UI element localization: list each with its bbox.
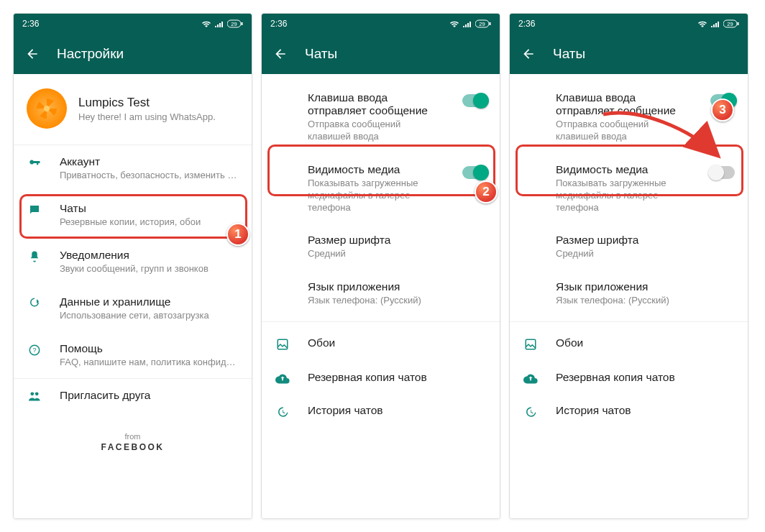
svg-rect-13	[738, 22, 739, 25]
setting-app-language[interactable]: Язык приложения Язык телефона: (Русский)	[262, 270, 500, 317]
svg-text:29: 29	[231, 21, 237, 27]
signal-icon	[462, 20, 472, 27]
chat-icon	[27, 203, 42, 216]
status-bar: 2:36 29	[262, 14, 500, 34]
wifi-icon	[201, 20, 211, 27]
svg-rect-14	[526, 339, 536, 349]
svg-rect-9	[490, 22, 491, 25]
setting-enter-sends[interactable]: Клавиша ввода отправляет сообщение Отпра…	[262, 81, 500, 153]
action-backup[interactable]: Резервная копия чатов	[262, 361, 500, 394]
action-history[interactable]: История чатов	[510, 394, 748, 428]
status-icons: 29	[697, 19, 739, 28]
phone-screen-2: 2:36 29 Чаты Клавиша ввода отправляет со…	[261, 13, 500, 519]
signal-icon	[710, 20, 720, 27]
action-wallpaper[interactable]: Обои	[262, 326, 500, 361]
phone-screen-1: 2:36 29 Настройки Lumpics Test Hey there…	[13, 13, 252, 519]
divider	[262, 321, 500, 322]
settings-item-chats[interactable]: Чаты Резервные копии, история, обои	[14, 192, 252, 239]
cloud-up-icon	[523, 372, 539, 384]
chats-settings-content: Клавиша ввода отправляет сообщение Отпра…	[510, 74, 748, 518]
cloud-up-icon	[275, 372, 290, 384]
profile-row[interactable]: Lumpics Test Hey there! I am using Whats…	[14, 74, 252, 145]
status-time: 2:36	[518, 19, 535, 29]
settings-item-account[interactable]: Аккаунт Приватность, безопасность, измен…	[14, 145, 252, 192]
from-facebook: from FACEBOOK	[14, 432, 252, 452]
status-icons: 29	[201, 19, 243, 28]
action-backup[interactable]: Резервная копия чатов	[510, 361, 748, 394]
page-title: Чаты	[305, 46, 337, 62]
battery-icon: 29	[227, 19, 243, 28]
svg-text:29: 29	[479, 21, 485, 27]
profile-status: Hey there! I am using WhatsApp.	[78, 111, 216, 122]
chats-settings-content: Клавиша ввода отправляет сообщение Отпра…	[262, 74, 500, 518]
setting-enter-sends[interactable]: Клавиша ввода отправляет сообщение Отпра…	[510, 81, 748, 153]
people-icon	[27, 390, 42, 402]
setting-font-size[interactable]: Размер шрифта Средний	[262, 224, 500, 270]
history-icon	[523, 405, 539, 418]
battery-icon: 29	[723, 19, 739, 28]
wallpaper-icon	[523, 338, 539, 351]
status-time: 2:36	[22, 19, 39, 29]
app-bar: Чаты	[510, 34, 748, 74]
app-bar: Настройки	[14, 34, 252, 74]
toggle-media-visibility[interactable]	[462, 166, 487, 179]
battery-icon: 29	[475, 19, 491, 28]
svg-point-6	[35, 393, 39, 396]
bell-icon	[27, 250, 42, 263]
page-title: Настройки	[57, 46, 124, 62]
action-history[interactable]: История чатов	[262, 394, 500, 428]
help-icon: ?	[27, 344, 42, 357]
settings-item-help[interactable]: ? Помощь FAQ, напишите нам, политика кон…	[14, 332, 252, 379]
action-wallpaper[interactable]: Обои	[510, 326, 748, 361]
app-bar: Чаты	[262, 34, 500, 74]
avatar	[27, 88, 67, 129]
toggle-media-visibility[interactable]	[710, 166, 735, 179]
settings-item-invite[interactable]: Пригласить друга	[14, 379, 252, 412]
phone-screen-3: 2:36 29 Чаты Клавиша ввода отправляет со…	[509, 13, 748, 519]
status-bar: 2:36 29	[14, 14, 252, 34]
toggle-enter-sends[interactable]	[710, 94, 735, 107]
data-icon	[27, 297, 42, 310]
page-title: Чаты	[553, 46, 585, 62]
svg-text:?: ?	[32, 347, 36, 354]
toggle-enter-sends[interactable]	[462, 94, 487, 107]
wifi-icon	[449, 20, 459, 27]
key-icon	[27, 157, 42, 170]
back-icon[interactable]	[521, 47, 536, 61]
setting-media-visibility[interactable]: Видимость медиа Показывать загруженные м…	[262, 153, 500, 224]
svg-text:29: 29	[727, 21, 733, 27]
setting-font-size[interactable]: Размер шрифта Средний	[510, 224, 748, 270]
signal-icon	[214, 20, 224, 27]
settings-content: Lumpics Test Hey there! I am using Whats…	[14, 74, 252, 518]
status-time: 2:36	[270, 19, 287, 29]
profile-name: Lumpics Test	[78, 96, 216, 110]
wifi-icon	[697, 20, 707, 27]
settings-item-data[interactable]: Данные и хранилище Использование сети, а…	[14, 285, 252, 332]
status-icons: 29	[449, 19, 491, 28]
status-bar: 2:36 29	[510, 14, 748, 34]
svg-rect-2	[242, 22, 243, 25]
settings-item-notifications[interactable]: Уведомления Звуки сообщений, групп и зво…	[14, 239, 252, 285]
svg-point-5	[30, 393, 34, 396]
divider	[510, 321, 748, 322]
setting-media-visibility[interactable]: Видимость медиа Показывать загруженные м…	[510, 153, 748, 224]
back-icon[interactable]	[273, 47, 288, 61]
back-icon[interactable]	[25, 47, 40, 61]
svg-rect-10	[278, 339, 288, 349]
setting-app-language[interactable]: Язык приложения Язык телефона: (Русский)	[510, 270, 748, 317]
history-icon	[275, 405, 290, 418]
wallpaper-icon	[275, 338, 290, 351]
